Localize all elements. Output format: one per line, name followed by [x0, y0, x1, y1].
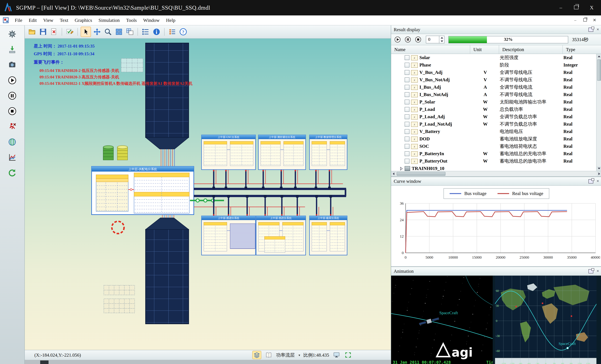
- row-checkbox[interactable]: [405, 107, 410, 112]
- chevron-down-icon[interactable]: ▾: [299, 353, 300, 357]
- ground-track-map[interactable]: 60300-30-60-150-120-90-60-30030609012015…: [495, 276, 597, 364]
- module-box-b[interactable]: 上中层-测控通信分系统: [258, 135, 306, 170]
- save-icon[interactable]: [38, 27, 48, 37]
- scrollbar-thumb[interactable]: [397, 172, 445, 176]
- column-unit[interactable]: Unit: [470, 45, 499, 54]
- scroll-left-icon[interactable]: [391, 171, 396, 176]
- table-row[interactable]: xV_Bus_NotAdjV不调节母线电压Real: [391, 76, 596, 84]
- close-button[interactable]: X: [588, 5, 595, 10]
- globe-icon[interactable]: [7, 137, 18, 148]
- info-icon[interactable]: [152, 27, 161, 37]
- table-row[interactable]: xDOD蓄电池组放电深度Real: [391, 135, 596, 143]
- table-row[interactable]: xP_BatteryInW蓄电池组总的充电功率Real: [391, 150, 596, 157]
- scrollbar-thumb[interactable]: [597, 59, 601, 81]
- row-checkbox[interactable]: [405, 144, 410, 149]
- undo-refresh-icon[interactable]: [7, 167, 18, 178]
- row-checkbox[interactable]: [405, 151, 410, 156]
- alert-highlight-ring[interactable]: [112, 221, 124, 234]
- menu-window[interactable]: Window: [140, 17, 163, 24]
- solar-array-bottom[interactable]: [146, 218, 189, 324]
- float-panel-icon[interactable]: [589, 269, 593, 273]
- table-row[interactable]: xPhase阶段Integer: [391, 61, 596, 69]
- row-checkbox[interactable]: [405, 70, 410, 75]
- table-row[interactable]: xV_Battery电池组电压Real: [391, 128, 596, 135]
- row-checkbox[interactable]: [405, 92, 410, 97]
- spinner-up-icon[interactable]: [439, 36, 444, 39]
- close-panel-icon[interactable]: ×: [597, 27, 599, 32]
- row-checkbox[interactable]: [405, 99, 410, 104]
- module-box-c[interactable]: 上中层-数据管理分系统: [310, 135, 347, 170]
- grid-window-icon[interactable]: [125, 27, 135, 37]
- orbit-3d-view[interactable]: SpaceCraft agi 31 Jan 2011 00:07:07.428 …: [391, 276, 493, 364]
- vertical-scrollbar[interactable]: [596, 54, 601, 171]
- grid-icon[interactable]: [114, 27, 124, 37]
- tree-view-icon[interactable]: [141, 27, 150, 37]
- table-row[interactable]: xP_BatteryOutW蓄电池组总的放电功率Real: [391, 157, 596, 165]
- expand-twisty-icon[interactable]: [400, 167, 403, 170]
- list-view-icon[interactable]: [167, 27, 177, 37]
- pause-button[interactable]: [7, 90, 18, 101]
- scroll-down-icon[interactable]: [597, 166, 601, 171]
- module-box-f[interactable]: 上中层-载荷分系统: [310, 216, 347, 255]
- schematic-canvas[interactable]: 上中层-供配电分系统: [25, 39, 391, 350]
- row-checkbox[interactable]: [405, 114, 410, 119]
- mdi-minimize-button[interactable]: –: [573, 18, 578, 23]
- row-checkbox[interactable]: [405, 159, 410, 164]
- row-checkbox[interactable]: [405, 78, 410, 82]
- help-icon[interactable]: ?: [178, 27, 188, 37]
- row-checkbox[interactable]: [405, 122, 410, 127]
- pause-button[interactable]: [404, 36, 412, 43]
- layers-toggle-icon[interactable]: [252, 351, 261, 359]
- table-row[interactable]: xP_LoadW总负载功率Real: [391, 106, 596, 113]
- close-panel-icon[interactable]: ×: [597, 269, 599, 273]
- monitor-icon[interactable]: [332, 351, 341, 359]
- zoom-icon[interactable]: [103, 27, 113, 37]
- menu-edit[interactable]: Edit: [26, 17, 40, 24]
- module-box-d[interactable]: 上中层-推进分系统: [201, 216, 256, 255]
- step-spinner[interactable]: 0: [426, 36, 444, 43]
- layer-selector[interactable]: 功率流层: [276, 352, 295, 358]
- stop-button[interactable]: [414, 36, 422, 43]
- table-row[interactable]: xI_Bus_AdjA全调节母线电流Real: [391, 84, 596, 91]
- fullscreen-icon[interactable]: [344, 351, 352, 359]
- spinner-value[interactable]: 0: [426, 37, 439, 42]
- battery-icons[interactable]: [103, 146, 128, 160]
- minimize-button[interactable]: –: [557, 5, 564, 10]
- select-cursor-icon[interactable]: [81, 27, 91, 37]
- book-icon[interactable]: [264, 351, 273, 359]
- spinner-down-icon[interactable]: [439, 39, 444, 43]
- play-button[interactable]: [394, 36, 401, 43]
- menu-file[interactable]: File: [11, 17, 26, 24]
- settings-gear-icon[interactable]: [7, 29, 18, 39]
- row-checkbox[interactable]: [405, 55, 410, 60]
- edit-check-icon[interactable]: [65, 27, 75, 37]
- snapshot-icon[interactable]: [7, 59, 18, 70]
- column-description[interactable]: Description: [499, 45, 563, 54]
- table-row[interactable]: xSOC蓄电池组荷电状态Real: [391, 143, 596, 150]
- module-box-a[interactable]: 上中层-GNC分系统: [201, 135, 256, 170]
- scroll-up-icon[interactable]: [597, 54, 601, 59]
- row-checkbox[interactable]: [405, 137, 410, 141]
- table-row[interactable]: xI_Bus_NotAdjA不调节母线电流Real: [391, 91, 596, 98]
- menu-text[interactable]: Text: [57, 17, 71, 24]
- table-row[interactable]: xSolar光照强度Real: [391, 54, 596, 61]
- column-type[interactable]: Type: [563, 45, 601, 54]
- row-checkbox[interactable]: [405, 85, 410, 90]
- float-panel-icon[interactable]: [589, 28, 593, 32]
- play-button[interactable]: [7, 75, 18, 86]
- row-checkbox[interactable]: [405, 129, 410, 134]
- horizontal-scrollbar[interactable]: [391, 171, 601, 176]
- stop-button[interactable]: [7, 106, 18, 117]
- voltage-chart[interactable]: 0122436050001000015000200002500030000350…: [393, 200, 600, 261]
- menu-tools[interactable]: Tools: [123, 17, 140, 24]
- abort-run-icon[interactable]: [7, 121, 18, 132]
- close-panel-icon[interactable]: ×: [597, 179, 599, 183]
- pan-move-icon[interactable]: [92, 27, 102, 37]
- table-row[interactable]: xP_SolarW太阳能电池阵输出功率Real: [391, 98, 596, 106]
- mdi-restore-button[interactable]: [582, 18, 588, 23]
- mdi-close-button[interactable]: ✕: [592, 18, 597, 23]
- central-module[interactable]: 上中层-供配电分系统: [92, 167, 194, 215]
- close-document-icon[interactable]: [49, 27, 59, 37]
- open-file-icon[interactable]: [27, 27, 37, 37]
- float-panel-icon[interactable]: [589, 179, 593, 183]
